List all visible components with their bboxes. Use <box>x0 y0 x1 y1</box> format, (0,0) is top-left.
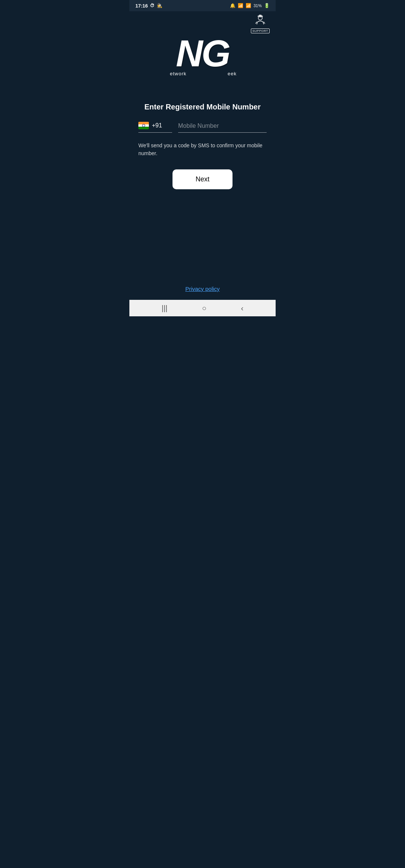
flag-white <box>138 124 149 127</box>
flag-green <box>138 127 149 129</box>
privacy-icon: 🕵 <box>157 3 162 8</box>
svg-point-0 <box>258 16 262 20</box>
logo-geek: eek <box>228 71 237 76</box>
svg-line-4 <box>264 22 265 24</box>
nav-menu-icon[interactable]: ||| <box>162 304 168 313</box>
country-selector[interactable]: +91 <box>138 122 172 133</box>
main-content: NG etwork eek Enter Registered Mobile Nu… <box>129 11 276 300</box>
country-code: +91 <box>152 122 162 129</box>
logo-subtext: etwork eek <box>167 71 238 76</box>
mobile-number-input[interactable] <box>178 123 267 133</box>
phone-input-row: +91 <box>138 122 267 133</box>
support-label: SUPPORT <box>251 28 270 33</box>
logo-text: NG etwork eek <box>167 37 238 76</box>
india-flag <box>138 122 149 129</box>
bottom-nav: ||| ○ ‹ <box>129 300 276 316</box>
support-button[interactable]: SUPPORT <box>251 14 270 33</box>
notification-icon: 🔔 <box>230 3 236 8</box>
form-title: Enter Registered Mobile Number <box>144 103 261 111</box>
svg-line-3 <box>255 22 257 24</box>
next-button[interactable]: Next <box>172 169 232 189</box>
status-left: 17:16 ⏱ 🕵 <box>135 3 162 9</box>
signal-icon: 📶 <box>246 3 251 8</box>
battery-display: 31% <box>254 3 262 8</box>
alarm-icon: ⏱ <box>150 3 154 8</box>
status-right: 🔔 📶 📶 31% 🔋 <box>230 3 270 8</box>
logo-letters: NG <box>176 37 229 69</box>
privacy-policy-link[interactable]: Privacy policy <box>185 286 220 292</box>
nav-home-icon[interactable]: ○ <box>202 304 206 313</box>
privacy-area: Privacy policy <box>185 286 220 292</box>
logo-area: NG etwork eek <box>167 37 238 76</box>
wifi-icon: 📶 <box>238 3 243 8</box>
support-icon <box>254 14 267 28</box>
nav-back-icon[interactable]: ‹ <box>241 304 243 313</box>
status-bar: 17:16 ⏱ 🕵 🔔 📶 📶 31% 🔋 <box>129 0 276 11</box>
sms-info-text: We'll send you a code by SMS to confirm … <box>138 142 267 157</box>
battery-icon: 🔋 <box>264 3 270 8</box>
form-section: Enter Registered Mobile Number +91 We'll… <box>138 103 267 189</box>
ashoka-chakra <box>142 124 145 127</box>
logo-network: etwork <box>170 71 186 76</box>
time-display: 17:16 <box>135 3 148 9</box>
